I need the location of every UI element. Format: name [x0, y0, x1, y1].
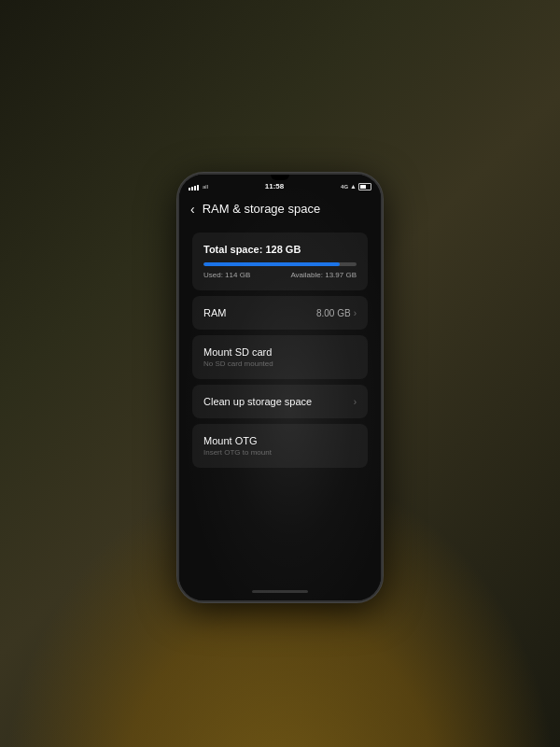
signal-bar-2	[191, 187, 193, 190]
phone-screen: all 11:58 4G ▲ ‹ RAM & storage space	[179, 175, 381, 600]
signal-bar-1	[189, 188, 190, 190]
signal-bar-4	[197, 185, 199, 190]
ram-chevron-icon: ›	[354, 308, 357, 318]
otg-label: Mount OTG	[203, 435, 272, 446]
otg-row-left: Mount OTG Insert OTG to mount	[203, 435, 272, 457]
bottom-nav-bar	[252, 590, 308, 593]
cleanup-chevron-icon: ›	[354, 397, 357, 407]
otg-row[interactable]: Mount OTG Insert OTG to mount	[192, 424, 368, 468]
sd-card-sub: No SD card mounted	[203, 359, 273, 368]
available-label: Available: 13.97 GB	[290, 271, 357, 279]
signal-text: all	[203, 184, 208, 190]
phone-wrapper: all 11:58 4G ▲ ‹ RAM & storage space	[177, 173, 383, 602]
cleanup-row-left: Clean up storage space	[203, 396, 312, 407]
status-time: 11:58	[265, 182, 284, 190]
signal-bar-3	[194, 186, 196, 190]
page-content: Total space: 128 GB Used: 114 GB Availab…	[179, 223, 381, 585]
ram-section: RAM 8.00 GB ›	[192, 296, 368, 330]
status-right: 4G ▲	[341, 183, 371, 190]
network-indicator: 4G	[341, 184, 348, 190]
status-left: all	[189, 183, 208, 190]
storage-bar-container	[203, 262, 357, 266]
storage-bar-fill	[203, 262, 340, 266]
signal-bars	[189, 183, 199, 190]
used-label: Used: 114 GB	[203, 271, 250, 279]
sd-row-left: Mount SD card No SD card mounted	[203, 346, 273, 368]
ram-value-text: 8.00 GB	[316, 308, 351, 318]
sd-section: Mount SD card No SD card mounted	[192, 335, 368, 379]
cleanup-chevron-container: ›	[354, 397, 357, 407]
storage-labels: Used: 114 GB Available: 13.97 GB	[203, 271, 357, 279]
total-space-label: Total space: 128 GB	[203, 244, 357, 255]
page-title: RAM & storage space	[203, 202, 320, 216]
page-header: ‹ RAM & storage space	[179, 194, 381, 223]
cleanup-row[interactable]: Clean up storage space ›	[192, 385, 368, 418]
ram-row[interactable]: RAM 8.00 GB ›	[192, 296, 368, 330]
ram-label: RAM	[203, 307, 226, 318]
cleanup-section: Clean up storage space ›	[192, 385, 368, 418]
sd-card-row[interactable]: Mount SD card No SD card mounted	[192, 335, 368, 379]
cleanup-label: Clean up storage space	[203, 396, 312, 407]
wifi-icon: ▲	[350, 183, 357, 190]
sd-card-label: Mount SD card	[203, 346, 273, 358]
battery-icon	[358, 183, 371, 190]
phone-device: all 11:58 4G ▲ ‹ RAM & storage space	[177, 173, 383, 602]
otg-sub: Insert OTG to mount	[203, 448, 272, 457]
phone-notch	[271, 175, 289, 180]
ram-row-left: RAM	[203, 307, 226, 318]
back-button[interactable]: ‹	[190, 203, 195, 216]
ram-value: 8.00 GB ›	[316, 308, 357, 318]
otg-section: Mount OTG Insert OTG to mount	[192, 424, 368, 468]
battery-fill	[360, 185, 366, 189]
storage-section: Total space: 128 GB Used: 114 GB Availab…	[192, 233, 368, 290]
